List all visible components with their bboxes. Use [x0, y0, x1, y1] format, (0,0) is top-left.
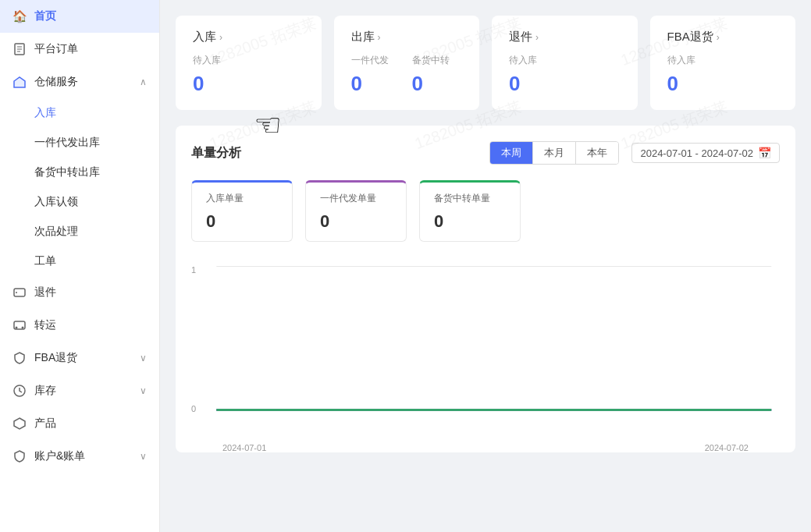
chevron-inventory-icon: ∨	[140, 385, 147, 396]
dropship-value: 0	[351, 72, 389, 96]
sidebar-label-product: 产品	[34, 417, 56, 431]
card-outbound-title: 出库 ›	[351, 30, 463, 44]
order-icon	[12, 42, 27, 56]
returns-arrow-icon: ›	[535, 32, 539, 43]
metric-inbound-value: 0	[206, 211, 278, 232]
outbound-stock-transfer: 备货中转 0	[412, 54, 450, 96]
chart-svg	[191, 257, 780, 437]
tab-this-week[interactable]: 本周	[490, 142, 533, 164]
sidebar-sublabel-work-order: 工单	[34, 254, 56, 267]
sidebar-label-fba-returns: FBA退货	[34, 351, 77, 365]
sidebar-label-transfer: 转运	[34, 318, 56, 332]
inbound-value: 0	[193, 72, 304, 96]
sidebar-item-account-bill[interactable]: 账户&账单 ∨	[0, 440, 159, 473]
card-returns-title: 退件 ›	[509, 30, 621, 44]
sidebar-subitem-stock-transfer[interactable]: 备货中转出库	[0, 158, 159, 187]
x-axis-start: 2024-07-01	[222, 443, 266, 452]
account-icon	[12, 449, 27, 463]
calendar-icon: 📅	[758, 147, 771, 159]
card-outbound: 出库 › 一件代发 0 备货中转 0	[334, 16, 480, 110]
sidebar-item-inventory[interactable]: 库存 ∨	[0, 374, 159, 407]
warehouse-icon	[12, 75, 27, 89]
returns-label: 待入库	[509, 54, 621, 67]
x-axis-end: 2024-07-02	[705, 443, 749, 452]
svg-point-5	[16, 292, 17, 293]
metric-card-stock: 备货中转单量 0	[419, 180, 521, 242]
fba-value: 0	[667, 72, 779, 96]
sidebar-item-home[interactable]: 🏠 首页	[0, 0, 159, 33]
sidebar-label-platform-order: 平台订单	[34, 42, 78, 56]
card-fba-returns-title: FBA退货 ›	[667, 30, 779, 44]
inbound-label: 待入库	[193, 54, 304, 67]
sidebar-sublabel-inbound-claim: 入库认领	[34, 195, 78, 207]
date-range-picker[interactable]: 2024-07-01 - 2024-07-02 📅	[631, 143, 780, 163]
stock-transfer-value: 0	[412, 72, 450, 96]
y-axis-max: 1	[191, 265, 196, 275]
inventory-icon	[12, 384, 27, 398]
card-fba-returns: FBA退货 › 待入库 0	[650, 16, 796, 110]
chevron-fba-icon: ∨	[140, 353, 147, 364]
stock-transfer-label: 备货中转	[412, 54, 450, 67]
sidebar-sublabel-stock-transfer: 备货中转出库	[34, 165, 100, 178]
outbound-dropship: 一件代发 0	[351, 54, 389, 96]
sidebar: 🏠 首页 平台订单 仓储服务 ∧ 入库 一件代发出库 备货中转出库 入库认领 次…	[0, 0, 160, 532]
main-content: 1282005 拓荣莱 1282005 拓荣莱 1282005 拓荣莱 1282…	[160, 0, 811, 532]
inbound-arrow-icon: ›	[219, 32, 222, 43]
dropship-label: 一件代发	[351, 54, 389, 67]
analysis-header: 单量分析 本周 本月 本年 2024-07-01 - 2024-07-02 📅	[191, 141, 780, 165]
sidebar-subitem-inbound-claim[interactable]: 入库认领	[0, 187, 159, 217]
fba-label: 待入库	[667, 54, 779, 67]
sidebar-subitem-work-order[interactable]: 工单	[0, 246, 159, 276]
transfer-icon	[12, 318, 27, 332]
sidebar-label-warehouse-service: 仓储服务	[34, 75, 78, 89]
sidebar-item-product[interactable]: 产品	[0, 407, 159, 440]
sidebar-label-inventory: 库存	[34, 384, 56, 398]
sidebar-subitem-inbound[interactable]: 入库	[0, 98, 159, 128]
svg-point-8	[22, 327, 24, 329]
tab-this-month[interactable]: 本月	[533, 142, 576, 164]
outbound-arrow-icon: ›	[378, 32, 381, 43]
sidebar-label-account-bill: 账户&账单	[34, 449, 85, 463]
outbound-multi: 一件代发 0 备货中转 0	[351, 54, 463, 96]
sidebar-sublabel-inbound: 入库	[34, 106, 56, 119]
fba-returns-icon	[12, 351, 27, 365]
card-inbound: 入库 › 待入库 0	[176, 16, 322, 110]
period-tab-group: 本周 本月 本年	[489, 141, 619, 165]
metric-card-inbound: 入库单量 0	[191, 180, 293, 242]
chart-area: 1 0 2024-07-01 2024-07-02	[191, 257, 780, 437]
date-range-value: 2024-07-01 - 2024-07-02	[640, 147, 753, 159]
sidebar-subitem-defect[interactable]: 次品处理	[0, 217, 159, 246]
sidebar-item-returns[interactable]: 退件	[0, 276, 159, 309]
sidebar-item-fba-returns[interactable]: FBA退货 ∨	[0, 342, 159, 374]
card-returns: 退件 › 待入库 0	[492, 16, 638, 110]
metric-inbound-label: 入库单量	[206, 192, 278, 205]
sidebar-subitem-dropship[interactable]: 一件代发出库	[0, 128, 159, 158]
card-inbound-title: 入库 ›	[193, 30, 304, 44]
sidebar-item-transfer[interactable]: 转运	[0, 309, 159, 342]
tab-this-year[interactable]: 本年	[576, 142, 618, 164]
analysis-section: 单量分析 本周 本月 本年 2024-07-01 - 2024-07-02 📅 …	[176, 126, 795, 452]
y-axis-min: 0	[191, 404, 196, 413]
home-icon: 🏠	[12, 9, 27, 23]
sidebar-label-returns: 退件	[34, 286, 56, 300]
x-axis-labels: 2024-07-01 2024-07-02	[191, 443, 780, 452]
metric-stock-label: 备货中转单量	[434, 192, 506, 205]
product-icon	[12, 417, 27, 431]
metric-dropship-value: 0	[320, 211, 392, 232]
returns-icon	[12, 286, 27, 300]
metric-card-dropship: 一件代发单量 0	[305, 180, 407, 242]
metric-cards: 入库单量 0 一件代发单量 0 备货中转单量 0	[191, 180, 780, 242]
sidebar-label-home: 首页	[34, 9, 56, 23]
svg-point-7	[16, 327, 18, 329]
sidebar-sublabel-defect: 次品处理	[34, 225, 78, 237]
returns-value: 0	[509, 72, 621, 96]
sidebar-sublabel-dropship: 一件代发出库	[34, 136, 100, 148]
metric-stock-value: 0	[434, 211, 506, 232]
chevron-warehouse-icon: ∧	[140, 76, 147, 87]
metric-dropship-label: 一件代发单量	[320, 192, 392, 205]
sidebar-item-platform-order[interactable]: 平台订单	[0, 33, 159, 66]
sidebar-item-warehouse-service[interactable]: 仓储服务 ∧	[0, 66, 159, 98]
fba-arrow-icon: ›	[717, 32, 720, 43]
summary-cards: 入库 › 待入库 0 出库 › 一件代发 0 备货中转 0	[176, 16, 795, 110]
analysis-title: 单量分析	[191, 145, 241, 161]
